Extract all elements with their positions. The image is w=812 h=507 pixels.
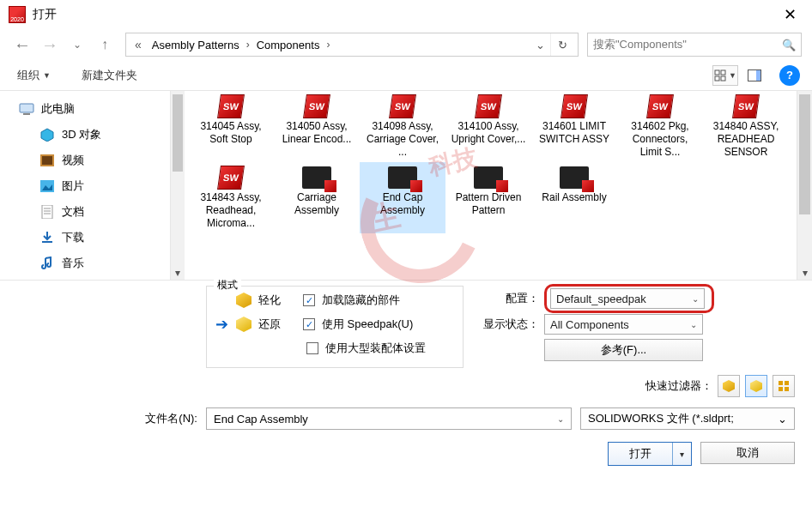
file-item[interactable]: SW314100 Assy, Upright Cover,... xyxy=(445,91,531,162)
toplevel-icon xyxy=(778,380,790,392)
download-icon xyxy=(39,230,55,245)
nav-music[interactable]: 音乐 xyxy=(0,250,170,276)
file-item[interactable]: SW314602 Pkg, Connectors, Limit S... xyxy=(617,91,703,162)
scroll-thumb[interactable] xyxy=(173,94,183,172)
file-item[interactable]: End Cap Assembly xyxy=(360,162,445,233)
filter-toplevel-button[interactable] xyxy=(773,375,795,397)
file-label: 314100 Assy, Upright Cover,... xyxy=(449,120,528,146)
sw-file-icon: SW xyxy=(535,93,614,120)
assembly-file-icon xyxy=(449,164,528,191)
close-button[interactable]: ✕ xyxy=(771,0,809,29)
display-state-combo[interactable]: All Components ⌄ xyxy=(544,314,703,335)
nav-documents[interactable]: 文档 xyxy=(0,199,170,225)
chevron-down-icon: ⌄ xyxy=(690,320,697,329)
file-label: 314098 Assy, Carriage Cover, ... xyxy=(363,120,442,159)
file-item[interactable]: SW314045 Assy, Soft Stop xyxy=(188,91,274,162)
chevron-down-icon: ▼ xyxy=(729,71,736,80)
file-item[interactable]: SW314050 Assy, Linear Encod... xyxy=(274,91,360,162)
svg-marker-8 xyxy=(41,129,53,142)
chevron-down-icon: ▼ xyxy=(43,71,51,80)
view-mode-button[interactable]: ▼ xyxy=(712,65,738,86)
address-bar[interactable]: « Asembly Patterns › Components › ⌄ ↻ xyxy=(125,33,579,57)
file-label: Pattern Driven Pattern xyxy=(449,191,528,217)
file-item[interactable]: Carriage Assembly xyxy=(274,162,360,233)
sw-file-icon: SW xyxy=(277,93,356,120)
file-item[interactable]: SW314840 ASSY, READHEAD SENSOR xyxy=(703,91,789,162)
file-label: 314602 Pkg, Connectors, Limit S... xyxy=(621,120,700,159)
nav-back-button[interactable]: ← xyxy=(10,33,34,57)
nav-forward-button[interactable]: → xyxy=(38,33,62,57)
file-label: Rail Assembly xyxy=(535,191,614,204)
svg-rect-0 xyxy=(715,70,719,75)
references-button[interactable]: 参考(F)... xyxy=(544,339,703,361)
file-item[interactable]: Pattern Driven Pattern xyxy=(445,162,531,233)
nav-this-pc[interactable]: 此电脑 xyxy=(0,96,170,122)
mode-restore-label[interactable]: 还原 xyxy=(258,317,281,332)
open-label: 打开 xyxy=(629,446,651,462)
nav-label: 下载 xyxy=(62,230,84,245)
scroll-thumb[interactable] xyxy=(799,94,810,214)
nav-recent-button[interactable]: ⌄ xyxy=(65,33,89,57)
sw-file-icon: SW xyxy=(706,93,785,120)
new-folder-button[interactable]: 新建文件夹 xyxy=(76,64,142,87)
assembly-file-icon xyxy=(277,164,356,191)
svg-rect-17 xyxy=(42,241,52,243)
film-icon xyxy=(39,153,55,168)
config-combo[interactable]: Default_speedpak ⌄ xyxy=(550,288,705,309)
nav-pictures[interactable]: 图片 xyxy=(0,173,170,199)
file-label: 314045 Assy, Soft Stop xyxy=(191,120,270,146)
sw-file-icon: SW xyxy=(191,164,270,191)
search-input[interactable]: 搜索"Components" 🔍 xyxy=(587,33,802,57)
filter-parts-button[interactable] xyxy=(718,375,740,397)
nav-3d-objects[interactable]: 3D 对象 xyxy=(0,122,170,148)
mode-light-label[interactable]: 轻化 xyxy=(258,293,281,308)
nav-up-button[interactable]: ↑ xyxy=(93,33,117,57)
preview-pane-button[interactable] xyxy=(742,65,767,86)
checkbox-load-hidden[interactable]: ✓ xyxy=(303,294,315,306)
organize-button[interactable]: 组织 ▼ xyxy=(12,64,56,87)
svg-rect-5 xyxy=(756,70,760,81)
filetype-combo[interactable]: SOLIDWORKS 文件 (*.sldprt; ⌄ xyxy=(580,407,795,430)
part-icon xyxy=(723,380,735,392)
organize-label: 组织 xyxy=(17,68,39,83)
open-split-dropdown[interactable]: ▾ xyxy=(672,443,691,465)
file-item[interactable]: Rail Assembly xyxy=(531,162,617,233)
new-folder-label: 新建文件夹 xyxy=(82,68,137,83)
open-button[interactable]: 打开 ▾ xyxy=(608,442,692,466)
nav-videos[interactable]: 视频 xyxy=(0,148,170,173)
config-value: Default_speedpak xyxy=(556,293,646,305)
nav-label: 文档 xyxy=(62,204,84,220)
sw-file-icon: SW xyxy=(621,93,700,120)
filename-input[interactable]: End Cap Assembly ⌄ xyxy=(206,407,572,430)
chk-speedpak-label: 使用 Speedpak(U) xyxy=(322,317,413,332)
nav-label: 音乐 xyxy=(62,256,84,271)
cube-icon xyxy=(236,317,251,332)
display-state-label: 显示状态： xyxy=(479,317,539,332)
file-grid[interactable]: SW314045 Assy, Soft StopSW314050 Assy, L… xyxy=(185,91,797,280)
file-item[interactable]: SW314098 Assy, Carriage Cover, ... xyxy=(360,91,445,162)
checkbox-use-speedpak[interactable]: ✓ xyxy=(303,318,315,330)
refresh-button[interactable]: ↻ xyxy=(550,33,574,56)
addr-dropdown-icon[interactable]: ⌄ xyxy=(530,39,550,51)
nav-label: 3D 对象 xyxy=(62,127,101,142)
svg-rect-21 xyxy=(785,387,789,391)
svg-rect-1 xyxy=(721,70,725,75)
chevron-down-icon: ⌄ xyxy=(778,413,787,426)
checkbox-large-assembly[interactable] xyxy=(306,342,318,354)
sidebar-scrollbar[interactable]: ▴ ▾ xyxy=(170,91,185,280)
chevron-down-icon: ⌄ xyxy=(692,294,699,304)
addr-seg-2[interactable]: Components xyxy=(251,33,325,56)
addr-seg-1[interactable]: Asembly Patterns xyxy=(147,33,245,56)
filter-assemblies-button[interactable] xyxy=(745,375,767,397)
file-item[interactable]: SW314843 Assy, Readhead, Microma... xyxy=(188,162,274,233)
cube-icon xyxy=(236,293,251,308)
assembly-file-icon xyxy=(363,164,442,191)
cancel-button[interactable]: 取消 xyxy=(700,442,795,464)
sw-file-icon: SW xyxy=(449,93,528,120)
filegrid-scrollbar[interactable]: ▴ ▾ xyxy=(797,91,812,280)
sw-file-icon: SW xyxy=(191,93,270,120)
nav-downloads[interactable]: 下载 xyxy=(0,225,170,250)
help-button[interactable]: ? xyxy=(779,65,800,86)
file-item[interactable]: SW314601 LIMIT SWITCH ASSY xyxy=(531,91,617,162)
chevron-right-icon: › xyxy=(245,39,251,51)
